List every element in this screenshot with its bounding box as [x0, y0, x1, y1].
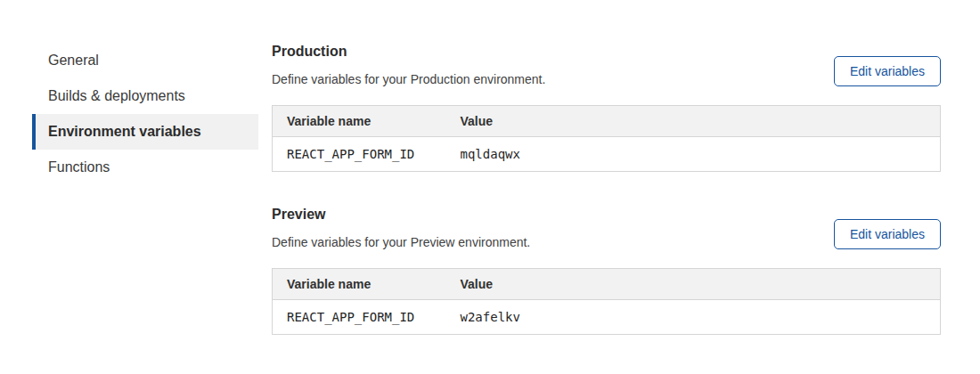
variable-value-cell: mqldaqwx [446, 137, 941, 172]
preview-variables-table: Variable name Value REACT_APP_FORM_ID w2… [272, 268, 941, 335]
production-edit-variables-button[interactable]: Edit variables [834, 56, 941, 86]
settings-sidebar: General Builds & deployments Environment… [32, 43, 258, 185]
preview-edit-variables-button[interactable]: Edit variables [834, 219, 941, 249]
table-row: REACT_APP_FORM_ID w2afelkv [273, 300, 941, 335]
settings-main-content: Production Define variables for your Pro… [272, 43, 941, 335]
table-row: REACT_APP_FORM_ID mqldaqwx [273, 137, 941, 172]
variable-name-cell: REACT_APP_FORM_ID [273, 137, 446, 172]
preview-section: Preview Define variables for your Previe… [272, 206, 941, 335]
variable-name-cell: REACT_APP_FORM_ID [273, 300, 446, 335]
sidebar-item-builds-deployments[interactable]: Builds & deployments [32, 78, 258, 114]
variable-value-cell: w2afelkv [446, 300, 941, 335]
environment-variables-settings-page: General Builds & deployments Environment… [0, 0, 980, 374]
production-section: Production Define variables for your Pro… [272, 43, 941, 172]
table-header-row: Variable name Value [273, 269, 941, 300]
sidebar-item-environment-variables[interactable]: Environment variables [32, 114, 258, 150]
sidebar-item-general[interactable]: General [32, 43, 258, 78]
column-header-variable-name: Variable name [273, 106, 446, 137]
column-header-variable-name: Variable name [273, 269, 446, 300]
table-header-row: Variable name Value [273, 106, 941, 137]
sidebar-item-functions[interactable]: Functions [32, 150, 258, 185]
column-header-value: Value [446, 106, 941, 137]
column-header-value: Value [446, 269, 941, 300]
production-variables-table: Variable name Value REACT_APP_FORM_ID mq… [272, 105, 941, 172]
